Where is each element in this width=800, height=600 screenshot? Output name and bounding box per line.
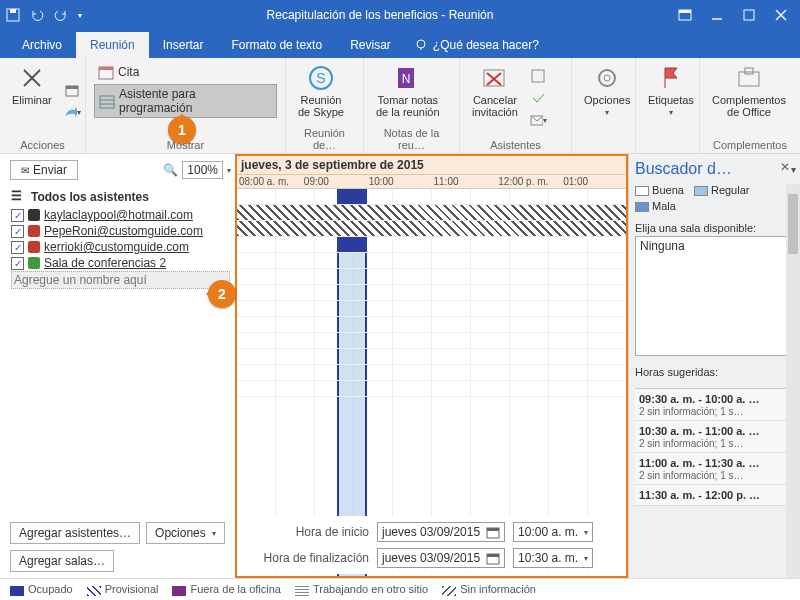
attendee-row[interactable]: ✓ kaylaclaypool@hotmail.com: [11, 207, 230, 223]
suggested-times-list: 09:30 a. m. - 10:00 a. …2 sin informació…: [635, 388, 796, 506]
svg-rect-1: [10, 9, 16, 13]
start-date-input[interactable]: jueves 03/09/2015: [377, 522, 505, 542]
end-date-input[interactable]: jueves 03/09/2015: [377, 548, 505, 568]
checkbox-icon[interactable]: ✓: [11, 209, 24, 222]
ribbon: Eliminar ▾ Acciones Cita Asistente para …: [0, 58, 800, 154]
send-button[interactable]: ✉ Enviar: [10, 160, 78, 180]
attendee-panel: ✉ Enviar 🔍 100% ▾ ☰ Todos los asistentes…: [0, 154, 235, 578]
group-label-skype: Reunión de…: [294, 125, 355, 151]
attendee-list: ☰ Todos los asistentes ✓ kaylaclaypool@h…: [10, 186, 231, 290]
response-options-icon[interactable]: ▾: [528, 110, 548, 130]
onenote-button[interactable]: N Tomar notas de la reunión: [372, 62, 444, 120]
cancel-icon: [481, 64, 509, 92]
skype-meeting-button[interactable]: S Reunión de Skype: [294, 62, 348, 120]
svg-rect-16: [100, 96, 114, 108]
svg-rect-26: [532, 70, 544, 82]
presence-icon: [28, 225, 40, 237]
bulb-icon: [415, 39, 427, 51]
presence-icon: [28, 209, 40, 221]
svg-rect-5: [744, 10, 754, 20]
end-time-input[interactable]: 10:30 a. m.▾: [513, 548, 593, 568]
suggested-time[interactable]: 09:30 a. m. - 10:00 a. …2 sin informació…: [635, 389, 796, 421]
suggested-time[interactable]: 11:00 a. m. - 11:30 a. …2 sin informació…: [635, 453, 796, 485]
tab-reunion[interactable]: Reunión: [76, 32, 149, 58]
ribbon-tabs: Archivo Reunión Insertar Formato de text…: [0, 30, 800, 58]
checkbox-icon[interactable]: ✓: [11, 225, 24, 238]
checkbox-icon[interactable]: ✓: [11, 257, 24, 270]
maximize-icon[interactable]: [742, 8, 756, 22]
skype-icon: S: [307, 64, 335, 92]
attendee-row[interactable]: ✓ Sala de conferencias 2: [11, 255, 230, 271]
calendar-mini-icon[interactable]: [62, 80, 82, 100]
tags-button[interactable]: Etiquetas▾: [644, 62, 698, 119]
start-time-label: Hora de inicio: [249, 525, 369, 539]
options-dropdown-button[interactable]: Opciones▾: [146, 522, 225, 544]
office-addins-button[interactable]: Complementos de Office: [708, 62, 790, 120]
flag-icon: [657, 64, 685, 92]
presence-icon: [28, 257, 40, 269]
addins-icon: [735, 64, 763, 92]
time-ruler: 08:00 a. m. 09:00 10:00 11:00 12:00 p. m…: [237, 175, 626, 189]
tell-me[interactable]: ¿Qué desea hacer?: [405, 32, 549, 58]
svg-rect-3: [679, 10, 691, 13]
add-rooms-button[interactable]: Agregar salas…: [10, 550, 114, 572]
onenote-icon: N: [394, 64, 422, 92]
group-label-acciones: Acciones: [8, 137, 77, 151]
schedule-grid: jueves, 3 de septiembre de 2015 08:00 a.…: [235, 154, 628, 578]
callout-2: 2: [208, 280, 236, 308]
legend-footer: Ocupado Provisional Fuera de la oficina …: [0, 578, 800, 600]
zoom-value[interactable]: 100%: [182, 161, 223, 179]
save-icon[interactable]: [6, 8, 20, 22]
attendee-row[interactable]: ✓ PepeRoni@customguide.com: [11, 223, 230, 239]
content-area: ✉ Enviar 🔍 100% ▾ ☰ Todos los asistentes…: [0, 154, 800, 578]
cita-button[interactable]: Cita: [94, 62, 277, 82]
forward-mini-icon[interactable]: ▾: [62, 102, 82, 122]
svg-text:S: S: [316, 70, 325, 86]
list-icon[interactable]: ☰: [11, 189, 27, 205]
delete-button[interactable]: Eliminar: [8, 62, 56, 108]
minimize-icon[interactable]: [710, 8, 724, 22]
undo-icon[interactable]: [30, 8, 44, 22]
search-icon[interactable]: 🔍: [163, 163, 178, 177]
suggested-times-label: Horas sugeridas:: [635, 364, 796, 380]
close-icon[interactable]: [774, 8, 788, 22]
close-panel-icon[interactable]: ✕: [780, 160, 794, 174]
room-list[interactable]: Ninguna: [635, 236, 796, 356]
tab-archivo[interactable]: Archivo: [8, 32, 76, 58]
svg-text:N: N: [401, 72, 410, 86]
scrollbar[interactable]: [786, 184, 800, 578]
options-button[interactable]: Opciones▾: [580, 62, 634, 119]
tell-me-label: ¿Qué desea hacer?: [433, 38, 539, 52]
tab-revisar[interactable]: Revisar: [336, 32, 405, 58]
ribbon-display-icon[interactable]: [678, 8, 692, 22]
group-label-onenote: Notas de la reu…: [372, 125, 451, 151]
room-finder-panel: ✕ Buscador d…▾ Buena Regular Mala Elija …: [628, 154, 800, 578]
choose-room-label: Elija una sala disponible:: [635, 220, 796, 236]
gear-icon: [593, 64, 621, 92]
suggested-time[interactable]: 11:30 a. m. - 12:00 p. …: [635, 485, 796, 506]
svg-rect-15: [99, 67, 113, 70]
address-book-icon[interactable]: [528, 66, 548, 86]
add-attendees-button[interactable]: Agregar asistentes…: [10, 522, 140, 544]
cancel-invitation-button[interactable]: Cancelar invitación: [468, 62, 522, 120]
attendee-row[interactable]: ✓ kerrioki@customguide.com: [11, 239, 230, 255]
suggested-time[interactable]: 10:30 a. m. - 11:00 a. …2 sin informació…: [635, 421, 796, 453]
add-attendee-input[interactable]: Agregue un nombre aquí: [11, 271, 230, 289]
scheduling-icon: [99, 93, 115, 109]
tab-formato[interactable]: Formato de texto: [217, 32, 336, 58]
checkbox-icon[interactable]: ✓: [11, 241, 24, 254]
svg-rect-13: [66, 86, 78, 89]
redo-icon[interactable]: [54, 8, 68, 22]
svg-rect-31: [745, 68, 753, 74]
time-selector-area: Hora de inicio jueves 03/09/2015 10:00 a…: [245, 516, 622, 574]
svg-point-28: [599, 70, 615, 86]
tab-insertar[interactable]: Insertar: [149, 32, 218, 58]
check-names-icon[interactable]: [528, 88, 548, 108]
callout-1: 1: [168, 116, 196, 144]
attendee-header: Todos los asistentes: [31, 190, 149, 204]
calendar-icon: [98, 64, 114, 80]
svg-rect-35: [487, 554, 499, 557]
calendar-icon: [486, 525, 500, 539]
delete-icon: [18, 64, 46, 92]
start-time-input[interactable]: 10:00 a. m.▾: [513, 522, 593, 542]
